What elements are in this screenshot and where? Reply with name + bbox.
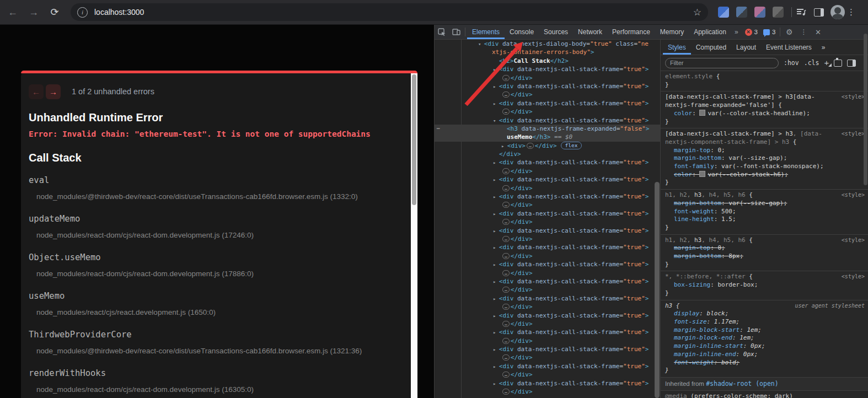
dom-tree-row[interactable]: …</div> [435,286,660,294]
dom-tree-row[interactable]: ▸ <div data-nextjs-call-stack-frame="tru… [435,294,660,303]
tab-memory[interactable]: Memory [655,25,689,39]
dom-tree-row[interactable]: …</div> [435,320,660,328]
stylesheet-link[interactable]: <style> [842,273,865,281]
dom-tree-row[interactable]: …</div> [435,370,660,379]
browser-menu-button[interactable]: ⋮ [847,7,855,17]
dom-tree-row[interactable]: …</div> [435,90,660,99]
new-style-rule-button[interactable]: + [824,59,829,67]
dom-tree-row[interactable]: …</div> [435,218,660,226]
frame-name[interactable]: ThirdwebProviderCore [29,330,389,340]
inspect-element-button[interactable] [435,25,449,39]
omnibox[interactable]: i localhost:3000 ☆ [71,3,708,21]
reload-button[interactable]: ⟳ [46,4,63,20]
stylesheet-link[interactable]: <style> [842,130,865,138]
dom-tree-row[interactable]: ▸ <div data-nextjs-call-stack-frame="tru… [435,65,660,73]
dom-tree-row[interactable]: …</div> [435,107,660,116]
collapsed-content-icon[interactable]: … [502,92,510,98]
extension-icon[interactable] [736,7,747,18]
tab-network[interactable]: Network [573,25,607,39]
media-controls-button[interactable] [794,5,808,19]
dom-tree-row[interactable]: ▸ <div data-nextjs-call-stack-frame="tru… [435,277,660,286]
dom-tree-row[interactable]: ▸ <div data-nextjs-call-stack-frame="tru… [435,311,660,320]
device-toolbar-button[interactable] [449,25,463,39]
dom-tree-row[interactable]: …</div> [435,252,660,260]
sidebar-tab-event-listeners[interactable]: Event Listeners [761,40,817,55]
frame-name[interactable]: Object.useMemo [29,252,389,262]
stylesheet-link[interactable]: user agent stylesheet [795,302,865,310]
rule-selector[interactable]: h1, h2, h3, h4, h5, h6 { [665,191,865,200]
collapsed-content-icon[interactable]: … [502,270,510,276]
dom-tree-row[interactable]: ▸ <div data-nextjs-call-stack-frame="tru… [435,243,660,251]
dom-tree-row[interactable]: ▸ <div data-nextjs-call-stack-frame="tru… [435,379,660,388]
tab-console[interactable]: Console [505,25,539,39]
dom-tree-row[interactable]: ▸ <div data-nextjs-call-stack-frame="tru… [435,99,660,107]
dom-tree-row[interactable]: <h2>Call Stack</h2> [435,57,660,65]
tab-elements[interactable]: Elements [467,25,505,39]
css-property[interactable]: font-weight: bold; [665,359,865,367]
css-property[interactable]: margin-top: 0; [665,244,865,252]
css-property[interactable]: margin-bottom: var(--size-gap); [665,154,865,163]
rule-selector[interactable]: [data-nextjs-call-stack-frame] > h3[data… [665,93,865,101]
dom-tree-row[interactable]: ▸ <div data-nextjs-call-stack-frame="tru… [435,260,660,268]
dom-tree-row[interactable]: ▸ <div data-nextjs-call-stack-frame="tru… [435,82,660,90]
dom-tree-row[interactable]: …</div> [435,167,660,175]
collapsed-content-icon[interactable]: … [502,389,510,395]
color-swatch-icon[interactable] [699,171,705,177]
site-info-icon[interactable]: i [77,7,88,18]
css-property[interactable]: margin-inline-start: 0px; [665,342,865,351]
css-property[interactable]: line-height: 1.5; [665,216,865,224]
dom-tree-row[interactable]: …</div> [435,184,660,192]
css-property[interactable]: color: var(--color-stack-h6); [665,171,865,179]
tab-performance[interactable]: Performance [607,25,655,39]
color-swatch-icon[interactable] [699,110,705,116]
dom-tree-row[interactable]: ▸ <div data-nextjs-call-stack-frame="tru… [435,158,660,166]
css-property[interactable]: margin-bottom: var(--size-gap); [665,200,865,208]
collapsed-content-icon[interactable]: … [502,219,510,225]
back-button[interactable]: ← [4,4,21,20]
dom-tree-row[interactable]: …</div> [435,201,660,209]
side-panel-button[interactable] [812,5,826,19]
dom-tree-row[interactable]: ▸ <div data-nextjs-call-stack-frame="tru… [435,362,660,370]
dom-tree-row[interactable]: ▾ <div data-nextjs-call-stack-frame="tru… [435,116,660,125]
shadow-root-link[interactable]: #shadow-root (open) [706,380,779,388]
extension-icon[interactable] [754,7,765,18]
css-property[interactable]: margin-top: 0; [665,147,865,155]
settings-gear-button[interactable]: ⚙ [782,25,796,39]
dom-tree-row[interactable]: ▸ <div data-nextjs-call-stack-frame="tru… [435,328,660,336]
row-menu-dots-icon[interactable]: ⋯ [437,125,440,133]
css-property[interactable]: margin-block-end: 1em; [665,334,865,342]
css-property[interactable]: font-size: 1.17em; [665,318,865,326]
extension-icon[interactable] [718,7,729,18]
dom-tree-row[interactable]: ▸ <div>…</div>flex [435,142,660,150]
element-classes-button[interactable]: .cls [804,59,819,67]
collapsed-content-icon[interactable]: … [502,109,510,115]
dom-tree-row[interactable]: …</div> [435,303,660,311]
devtools-menu-button[interactable]: ⋮ [796,25,811,39]
collapsed-content-icon[interactable]: … [502,304,510,310]
dom-tree-row[interactable]: ▾ <div data-nextjs-dialog-body="true" cl… [435,40,660,48]
dom-tree-row[interactable]: …</div> [435,235,660,243]
sidebar-tab-computed[interactable]: Computed [691,40,731,55]
css-property[interactable]: font-family: var(--font-stack-monospace)… [665,163,865,171]
tab-application[interactable]: Application [689,25,731,39]
forward-button[interactable]: → [25,4,42,20]
dom-tree-row[interactable]: useMemo</h3> == $0 [435,133,660,141]
collapsed-content-icon[interactable]: … [502,168,510,174]
collapsed-content-icon[interactable]: … [502,338,510,344]
rule-selector[interactable]: h1, h2, h3, h4, h5, h6 { [665,236,865,245]
css-property[interactable]: margin-block-start: 1em; [665,326,865,335]
css-property[interactable]: box-sizing: border-box; [665,281,865,289]
collapsed-content-icon[interactable]: … [502,287,510,293]
dom-tree-row[interactable]: …</div> [435,269,660,277]
collapsed-content-icon[interactable]: … [502,372,510,378]
dom-tree-row[interactable]: xtjs-container-errors-body"> [435,48,660,56]
frame-name[interactable]: renderWithHooks [29,368,389,378]
devtools-close-button[interactable]: ✕ [811,25,825,39]
dom-tree-row[interactable]: </div> [435,150,660,158]
more-tabs-chevron[interactable]: » [731,28,741,36]
sidebar-tab-more[interactable]: » [817,40,831,55]
rule-selector[interactable]: element.style { [665,73,865,81]
css-property[interactable]: color: var(--color-stack-headline); [665,110,865,118]
dialog-scrollbar[interactable] [411,73,417,398]
sidebar-tab-styles[interactable]: Styles [663,40,691,55]
